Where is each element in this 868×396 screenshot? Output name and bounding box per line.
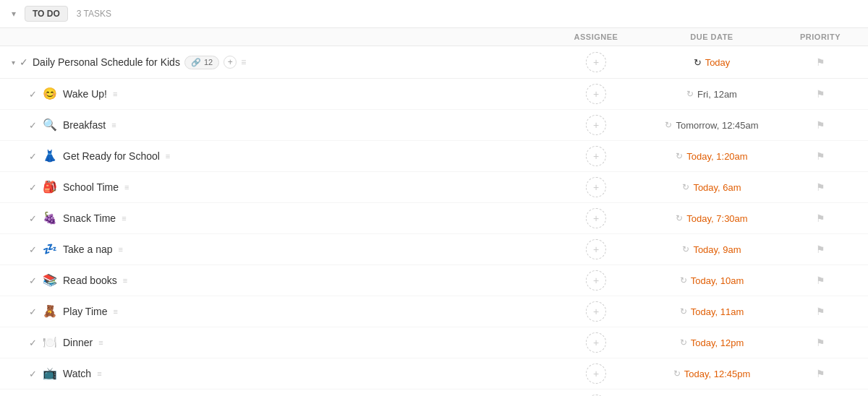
task-assignee-8: +	[553, 332, 639, 353]
task-duedate-1: ↻ Tomorrow, 12:45am	[639, 120, 784, 131]
task-row: ✓ 🛏️ Bedtime ≡ + ↻ Today, 1:30pm ⚑	[0, 389, 868, 396]
task-flag-icon-9[interactable]: ⚑	[816, 368, 825, 379]
task-name-9: Watch	[63, 368, 91, 379]
task-menu-icon[interactable]: ≡	[241, 57, 246, 67]
task-assignee-2: +	[553, 146, 639, 166]
task-row: ✓ 😊 Wake Up! ≡ + ↻ Fri, 12am ⚑	[0, 79, 868, 110]
col-assignee-header: ASSIGNEE	[553, 33, 639, 41]
task-left-4: ✓ 🍇 Snack Time ≡	[29, 212, 553, 224]
task-clock-icon-1: ↻	[665, 120, 672, 130]
task-duedate-label-8: Today, 12pm	[691, 337, 744, 348]
task-drag-handle-0[interactable]: ≡	[113, 90, 117, 98]
task-check-8[interactable]: ✓	[29, 337, 37, 348]
task-avatar-4[interactable]: +	[586, 208, 606, 228]
task-row: ✓ 🧸 Play Time ≡ + ↻ Today, 11am ⚑	[0, 296, 868, 327]
task-duedate-label-9: Today, 12:45pm	[684, 369, 751, 379]
task-duedate-label-1: Tomorrow, 12:45am	[676, 120, 758, 131]
task-clock-icon-2: ↻	[676, 151, 683, 161]
task-check-6[interactable]: ✓	[29, 275, 37, 286]
task-flag-icon-6[interactable]: ⚑	[816, 275, 825, 286]
parent-duedate-cell: ↻ Today	[639, 57, 784, 68]
task-left-8: ✓ 🍽️ Dinner ≡	[29, 337, 553, 348]
task-drag-handle-7[interactable]: ≡	[113, 307, 117, 316]
parent-flag-icon[interactable]: ⚑	[816, 56, 825, 68]
task-drag-handle-4[interactable]: ≡	[122, 214, 126, 223]
task-row: ✓ 📺 Watch ≡ + ↻ Today, 12:45pm ⚑	[0, 358, 868, 389]
parent-assignee-avatar[interactable]: +	[586, 52, 606, 72]
parent-task-title: Daily Personal Schedule for Kids	[33, 56, 180, 68]
parent-priority-cell: ⚑	[784, 56, 856, 68]
task-row: ✓ 🔍 Breakfast ≡ + ↻ Tomorrow, 12:45am ⚑	[0, 110, 868, 141]
task-duedate-4: ↻ Today, 7:30am	[639, 213, 784, 224]
task-assignee-1: +	[553, 115, 639, 135]
task-duedate-5: ↻ Today, 9am	[639, 244, 784, 255]
task-check-7[interactable]: ✓	[29, 306, 37, 317]
subtask-count-badge[interactable]: 🔗 12	[184, 56, 219, 69]
task-drag-handle-8[interactable]: ≡	[98, 338, 103, 347]
task-flag-icon-3[interactable]: ⚑	[816, 181, 825, 193]
task-name-3: School Time	[63, 181, 119, 193]
task-drag-handle-9[interactable]: ≡	[97, 369, 101, 378]
task-check-9[interactable]: ✓	[29, 369, 37, 379]
todo-badge: TO DO	[25, 6, 68, 22]
parent-task-row: ▾ ✓ Daily Personal Schedule for Kids 🔗 1…	[0, 46, 868, 79]
task-emoji-2: 👗	[43, 150, 57, 162]
task-clock-icon-8: ↻	[680, 337, 687, 348]
task-avatar-5[interactable]: +	[586, 239, 606, 259]
task-check-0[interactable]: ✓	[29, 89, 37, 100]
task-left-3: ✓ 🎒 School Time ≡	[29, 181, 553, 193]
dropdown-icon[interactable]: ▾	[12, 9, 16, 19]
task-duedate-label-0: Fri, 12am	[697, 89, 737, 100]
task-priority-8: ⚑	[784, 337, 856, 348]
task-emoji-4: 🍇	[43, 212, 57, 224]
task-avatar-3[interactable]: +	[586, 177, 606, 197]
parent-duedate-label: Today	[705, 57, 731, 68]
task-name-5: Take a nap	[63, 244, 113, 255]
col-duedate-header: DUE DATE	[639, 33, 784, 41]
task-check-5[interactable]: ✓	[29, 244, 37, 255]
task-priority-5: ⚑	[784, 244, 856, 255]
task-check-1[interactable]: ✓	[29, 120, 37, 131]
task-clock-icon-9: ↻	[673, 369, 681, 379]
task-left-2: ✓ 👗 Get Ready for School ≡	[29, 150, 553, 162]
task-duedate-label-4: Today, 7:30am	[686, 213, 747, 224]
task-priority-7: ⚑	[784, 306, 856, 317]
task-drag-handle-2[interactable]: ≡	[166, 152, 170, 160]
task-flag-icon-2[interactable]: ⚑	[816, 150, 825, 162]
task-drag-handle-1[interactable]: ≡	[111, 121, 116, 129]
task-check-2[interactable]: ✓	[29, 151, 37, 162]
task-avatar-7[interactable]: +	[586, 301, 606, 322]
task-row: ✓ 👗 Get Ready for School ≡ + ↻ Today, 1:…	[0, 141, 868, 172]
task-avatar-6[interactable]: +	[586, 270, 606, 290]
task-name-6: Read books	[63, 275, 117, 286]
task-drag-handle-6[interactable]: ≡	[123, 276, 127, 285]
task-flag-icon-8[interactable]: ⚑	[816, 337, 825, 348]
task-avatar-8[interactable]: +	[586, 332, 606, 353]
task-check-3[interactable]: ✓	[29, 182, 37, 193]
task-name-1: Breakfast	[63, 119, 106, 131]
task-flag-icon-1[interactable]: ⚑	[816, 119, 825, 131]
task-drag-handle-3[interactable]: ≡	[124, 183, 129, 191]
task-duedate-label-2: Today, 1:20am	[686, 151, 747, 162]
task-flag-icon-7[interactable]: ⚑	[816, 306, 825, 317]
task-duedate-3: ↻ Today, 6am	[639, 182, 784, 193]
task-row: ✓ 🍇 Snack Time ≡ + ↻ Today, 7:30am ⚑	[0, 203, 868, 234]
task-drag-handle-5[interactable]: ≡	[119, 245, 123, 254]
task-flag-icon-0[interactable]: ⚑	[816, 88, 825, 100]
task-priority-6: ⚑	[784, 275, 856, 286]
expand-arrow-icon[interactable]: ▾	[12, 59, 15, 66]
task-duedate-6: ↻ Today, 10am	[639, 275, 784, 286]
task-flag-icon-4[interactable]: ⚑	[816, 212, 825, 224]
task-flag-icon-5[interactable]: ⚑	[816, 244, 825, 255]
task-avatar-0[interactable]: +	[586, 84, 606, 104]
task-assignee-7: +	[553, 301, 639, 322]
task-check-4[interactable]: ✓	[29, 213, 37, 224]
task-row: ✓ 🎒 School Time ≡ + ↻ Today, 6am ⚑	[0, 172, 868, 203]
task-avatar-2[interactable]: +	[586, 146, 606, 166]
add-subtask-button[interactable]: +	[224, 56, 237, 69]
parent-check-icon[interactable]: ✓	[20, 56, 28, 68]
task-avatar-9[interactable]: +	[586, 363, 606, 384]
task-assignee-6: +	[553, 270, 639, 290]
task-avatar-1[interactable]: +	[586, 115, 606, 135]
task-duedate-label-7: Today, 11am	[691, 306, 744, 317]
